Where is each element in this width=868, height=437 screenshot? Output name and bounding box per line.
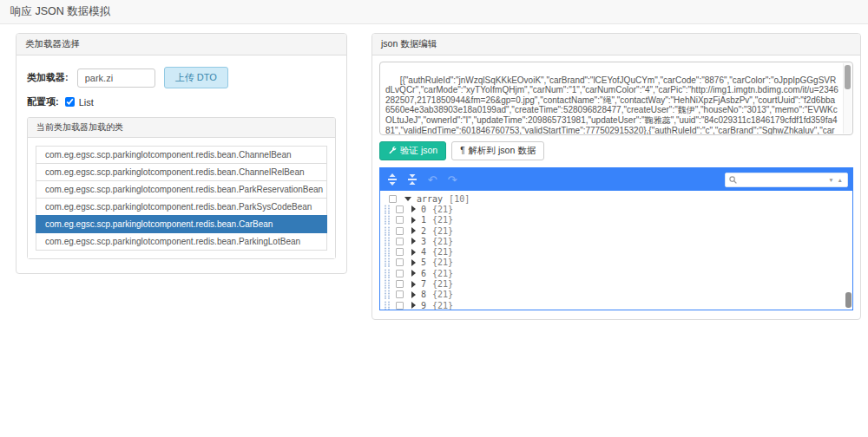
- json-text: [{"authRuleId":"jnWzqlSqKKkEOvoiK","carB…: [385, 75, 838, 135]
- tree-root-count: [10]: [449, 194, 470, 204]
- class-list-item[interactable]: com.eg.egsc.scp.parkinglotcomponent.redi…: [36, 180, 327, 199]
- drag-handle-icon[interactable]: [384, 290, 391, 299]
- context-menu-icon[interactable]: [396, 270, 404, 277]
- textarea-scrollbar[interactable]: [843, 63, 852, 134]
- tree-item-count: {21}: [432, 215, 453, 225]
- search-prev-icon[interactable]: ▲: [838, 177, 844, 183]
- context-menu-icon[interactable]: [396, 290, 404, 298]
- context-menu-icon[interactable]: [396, 238, 404, 245]
- expand-triangle-icon[interactable]: [411, 270, 416, 277]
- tree-item-row[interactable]: 4 {21}: [380, 246, 852, 257]
- wrench-icon: [388, 146, 397, 156]
- json-editor-panel-header: json 数据编辑: [372, 34, 860, 55]
- tree-item-row[interactable]: 8 {21}: [380, 290, 852, 300]
- tree-item-row[interactable]: 6 {21}: [380, 268, 852, 278]
- json-tree: array [10] 0 {21} 1 {21} 2 {21}: [380, 191, 852, 310]
- tree-item-row[interactable]: 3 {21}: [380, 236, 852, 246]
- top-navbar: 响应 JSON 数据模拟: [0, 0, 868, 24]
- tree-item-count: {21}: [432, 290, 453, 299]
- tree-scrollbar-thumb[interactable]: [845, 292, 852, 308]
- tree-root-row[interactable]: array [10]: [380, 193, 852, 204]
- upload-dto-button[interactable]: 上传 DTO: [164, 67, 228, 88]
- tree-item-index: 7: [421, 279, 426, 289]
- tree-item-row[interactable]: 7 {21}: [380, 278, 852, 289]
- json-editor-panel: json 数据编辑 [{"authRuleId":"jnWzqlSqKKkEOv…: [372, 33, 861, 320]
- drag-handle-icon[interactable]: [384, 301, 391, 310]
- expand-triangle-icon[interactable]: [411, 291, 416, 298]
- textarea-scrollbar-thumb[interactable]: [845, 65, 851, 89]
- tree-item-count: {21}: [432, 247, 453, 257]
- context-menu-icon[interactable]: [396, 205, 404, 213]
- search-icon: [729, 176, 737, 184]
- expand-all-icon[interactable]: [385, 172, 400, 187]
- tree-item-row[interactable]: 2 {21}: [380, 225, 852, 236]
- class-list-item[interactable]: com.eg.egsc.scp.parkinglotcomponent.redi…: [36, 163, 327, 181]
- class-list: com.eg.egsc.scp.parkinglotcomponent.redi…: [36, 146, 327, 251]
- classloader-panel: 类加载器选择 类加载器: 上传 DTO 配置项: List 当前类加载器加载的类…: [16, 33, 347, 274]
- class-list-item[interactable]: com.eg.egsc.scp.parkinglotcomponent.redi…: [36, 198, 327, 216]
- tree-item-index: 9: [421, 301, 426, 310]
- expand-triangle-icon[interactable]: [411, 217, 416, 224]
- classloader-input[interactable]: [77, 68, 155, 88]
- tree-root-field: array: [417, 194, 443, 204]
- classloader-panel-header: 类加载器选择: [16, 34, 346, 55]
- expand-triangle-icon[interactable]: [411, 249, 416, 256]
- tree-item-row[interactable]: 1 {21}: [380, 215, 852, 225]
- expand-triangle-icon[interactable]: [411, 205, 416, 212]
- class-list-item[interactable]: com.eg.egsc.scp.parkinglotcomponent.redi…: [36, 232, 327, 251]
- config-list-checkbox[interactable]: [65, 97, 75, 107]
- tree-item-index: 1: [421, 215, 426, 225]
- jsoneditor: ↶ ↷ ▼ ▲ array: [379, 167, 853, 310]
- context-menu-icon[interactable]: [396, 248, 404, 256]
- context-menu-icon[interactable]: [396, 302, 404, 310]
- expand-triangle-icon[interactable]: [411, 281, 416, 288]
- loaded-classes-header: 当前类加载器加载的类: [28, 118, 335, 138]
- page-title: 响应 JSON 数据模拟: [10, 4, 110, 19]
- class-list-item[interactable]: com.eg.egsc.scp.parkinglotcomponent.redi…: [36, 215, 327, 233]
- class-list-item[interactable]: com.eg.egsc.scp.parkinglotcomponent.redi…: [36, 146, 327, 164]
- tree-search-input[interactable]: [740, 175, 825, 185]
- undo-icon[interactable]: ↶: [424, 172, 440, 187]
- tree-item-index: 8: [421, 290, 426, 299]
- context-menu-icon[interactable]: [396, 227, 404, 235]
- tree-item-index: 4: [421, 247, 426, 257]
- drag-handle-icon[interactable]: [384, 258, 391, 267]
- drag-handle-icon[interactable]: [384, 205, 391, 214]
- drag-handle-icon[interactable]: [384, 279, 391, 289]
- expand-triangle-icon[interactable]: [411, 238, 416, 245]
- tree-item-index: 2: [421, 226, 426, 236]
- collapse-all-icon[interactable]: [404, 172, 420, 187]
- context-menu-icon[interactable]: [396, 258, 404, 266]
- tree-item-count: {21}: [432, 269, 453, 278]
- tree-item-count: {21}: [432, 258, 453, 267]
- expand-triangle-icon[interactable]: [411, 259, 416, 266]
- tree-item-count: {21}: [432, 205, 453, 214]
- config-label: 配置项:: [27, 95, 59, 108]
- tree-items: 0 {21} 1 {21} 2 {21} 3 {21} 4: [380, 204, 852, 310]
- expand-triangle-icon[interactable]: [411, 302, 416, 309]
- drag-handle-icon[interactable]: [384, 226, 391, 236]
- tree-item-row[interactable]: 5 {21}: [380, 258, 852, 268]
- tree-item-count: {21}: [432, 226, 453, 236]
- redo-icon[interactable]: ↷: [444, 172, 460, 187]
- collapse-triangle-icon[interactable]: [404, 197, 411, 201]
- context-menu-icon[interactable]: [389, 195, 397, 203]
- validate-json-button[interactable]: 验证 json: [379, 141, 446, 160]
- drag-handle-icon[interactable]: [384, 215, 391, 225]
- tree-item-row[interactable]: 9 {21}: [380, 300, 852, 310]
- context-menu-icon[interactable]: [396, 280, 404, 288]
- search-next-icon[interactable]: ▼: [828, 177, 834, 183]
- tree-item-row[interactable]: 0 {21}: [380, 204, 852, 214]
- tree-item-count: {21}: [432, 237, 453, 246]
- parse-json-button[interactable]: ¶ 解析到 json 数据: [451, 141, 544, 160]
- pilcrow-icon: ¶: [460, 147, 464, 155]
- loaded-classes-panel: 当前类加载器加载的类 com.eg.egsc.scp.parkinglotcom…: [27, 117, 336, 259]
- drag-handle-icon[interactable]: [384, 237, 391, 246]
- drag-handle-icon[interactable]: [384, 269, 391, 278]
- expand-triangle-icon[interactable]: [411, 227, 416, 234]
- json-textarea[interactable]: [{"authRuleId":"jnWzqlSqKKkEOvoiK","carB…: [379, 62, 853, 135]
- classloader-label: 类加载器:: [27, 71, 69, 84]
- tree-item-index: 6: [421, 269, 426, 278]
- context-menu-icon[interactable]: [396, 216, 404, 224]
- drag-handle-icon[interactable]: [384, 247, 391, 257]
